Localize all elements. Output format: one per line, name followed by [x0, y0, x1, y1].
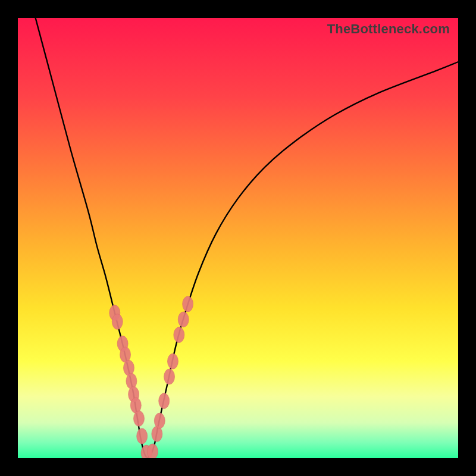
highlight-marker [154, 413, 165, 428]
highlight-marker [167, 353, 178, 369]
highlight-marker [174, 327, 184, 343]
curve-layer [18, 18, 458, 458]
highlight-marker [126, 374, 137, 389]
highlight-markers [109, 296, 193, 458]
highlight-marker [159, 393, 170, 409]
highlight-marker [123, 360, 134, 375]
highlight-marker [137, 428, 148, 444]
highlight-marker [183, 296, 193, 312]
chart-frame: TheBottleneck.com [0, 0, 476, 476]
watermark-text: TheBottleneck.com [327, 21, 450, 37]
bottleneck-curve [36, 18, 458, 458]
highlight-marker [112, 314, 123, 330]
plot-area: TheBottleneck.com [18, 18, 458, 458]
highlight-marker [152, 426, 162, 441]
highlight-marker [134, 411, 145, 426]
highlight-marker [164, 369, 175, 384]
highlight-marker [147, 444, 158, 458]
highlight-marker [178, 312, 189, 327]
